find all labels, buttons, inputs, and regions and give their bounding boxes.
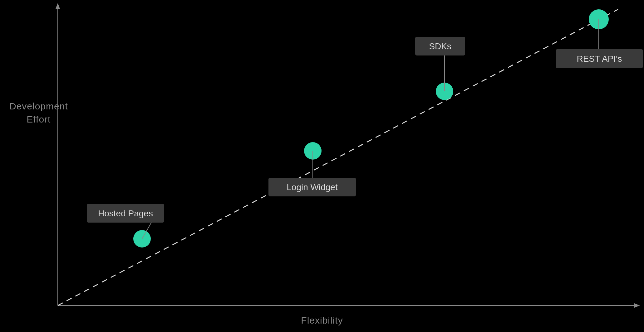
chart-svg: Hosted Pages Login Widget SDKs REST API'… [0, 0, 644, 332]
y-axis-label: DevelopmentEffort [9, 100, 68, 126]
svg-text:SDKs: SDKs [429, 41, 451, 51]
svg-text:Login Widget: Login Widget [287, 182, 338, 192]
svg-marker-1 [56, 3, 60, 9]
x-axis-label: Flexibility [301, 315, 343, 326]
svg-line-4 [58, 9, 618, 306]
svg-text:REST API's: REST API's [577, 54, 622, 64]
svg-text:Hosted Pages: Hosted Pages [98, 209, 153, 218]
svg-marker-3 [634, 303, 640, 308]
chart-container: Hosted Pages Login Widget SDKs REST API'… [0, 0, 644, 332]
